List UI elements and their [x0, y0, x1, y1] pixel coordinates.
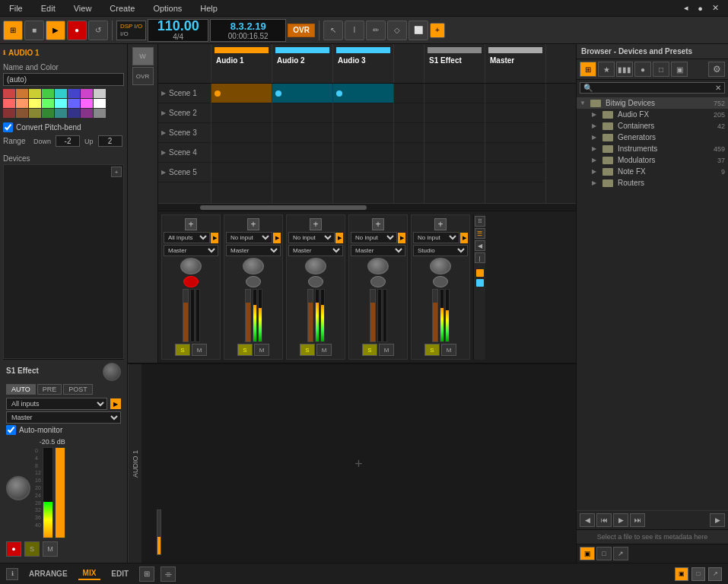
br-prev-btn[interactable]: ⏮: [596, 513, 612, 527]
ch3-output-select[interactable]: Master: [288, 245, 343, 256]
side-fx-btn[interactable]: ☰: [475, 228, 485, 239]
ch3-add-btn[interactable]: +: [310, 218, 322, 230]
clip-3-5[interactable]: [333, 163, 393, 182]
side-down-btn[interactable]: ◀: [475, 240, 485, 251]
range-down-value[interactable]: -2: [56, 135, 80, 147]
color-cell-1[interactable]: [16, 89, 28, 98]
color-cell-8[interactable]: [3, 99, 15, 108]
color-cell-11[interactable]: [42, 99, 54, 108]
ch2-add-btn[interactable]: +: [247, 218, 259, 230]
bottom-icon-1[interactable]: ⊞: [139, 567, 154, 582]
ch3-arrow[interactable]: ▶: [335, 233, 343, 243]
s1-input-select[interactable]: All inputs: [6, 398, 107, 410]
rec-btn[interactable]: ●: [6, 541, 21, 557]
convert-pitchbend-checkbox[interactable]: [3, 122, 13, 132]
bottom-sq-1[interactable]: ▣: [675, 567, 688, 581]
clip-1-5[interactable]: [211, 163, 272, 182]
color-cell-2[interactable]: [29, 89, 41, 98]
tree-item-7[interactable]: ▶Routers: [577, 177, 728, 189]
stop-button[interactable]: ■: [24, 21, 44, 40]
clip-e-1[interactable]: [394, 84, 424, 103]
brush-tool[interactable]: ✏: [366, 21, 386, 40]
pencil-tool[interactable]: I: [345, 21, 364, 40]
ch4-solo-btn[interactable]: S: [362, 344, 377, 356]
color-cell-3[interactable]: [42, 89, 54, 98]
br-back-btn[interactable]: ◀: [580, 513, 595, 527]
devices-add-btn[interactable]: +: [111, 167, 122, 177]
lower-add-icon[interactable]: +: [354, 455, 363, 471]
track3-name[interactable]: Audio 3: [335, 55, 392, 66]
automonitor-checkbox[interactable]: [6, 425, 16, 435]
clip-4-3[interactable]: [424, 123, 485, 143]
br-tab-btn[interactable]: ⊞: [580, 62, 596, 77]
clip-5-2[interactable]: [485, 103, 545, 123]
ch4-add-btn[interactable]: +: [372, 218, 384, 230]
br-folder-btn[interactable]: ▣: [580, 547, 595, 560]
ch4-fader[interactable]: [370, 289, 376, 342]
color-cell-15[interactable]: [94, 99, 106, 108]
ch1-fader[interactable]: [183, 289, 189, 342]
ovr-button[interactable]: OVR: [288, 24, 315, 37]
ch5-add-btn[interactable]: +: [434, 218, 447, 230]
scene-row-1[interactable]: ▶Scene 1: [158, 84, 211, 103]
window-close[interactable]: ✕: [709, 2, 722, 14]
ch2-solo-btn[interactable]: S: [237, 344, 253, 356]
clip-4-1[interactable]: [424, 84, 485, 103]
nav-ovr-btn[interactable]: OVR: [132, 67, 154, 85]
menu-view[interactable]: View: [71, 2, 95, 14]
add-tool[interactable]: +: [430, 23, 445, 38]
br-circle-btn[interactable]: ●: [634, 62, 651, 77]
ch1-add-btn[interactable]: +: [185, 218, 197, 230]
menu-help[interactable]: Help: [197, 2, 221, 14]
tree-item-5[interactable]: ▶Modulators37: [577, 154, 728, 166]
tree-item-0[interactable]: ▼Bitwig Devices752: [577, 97, 728, 109]
br-next-btn[interactable]: ⏭: [630, 513, 645, 527]
ch5-solo-btn[interactable]: S: [424, 344, 440, 356]
play-button[interactable]: ▶: [46, 21, 65, 40]
tab-arrange[interactable]: ARRANGE: [24, 568, 72, 579]
scene-row-5[interactable]: ▶Scene 5: [158, 163, 211, 182]
side-mute-btn[interactable]: |: [475, 252, 485, 263]
clip-5-4[interactable]: [485, 143, 545, 163]
ch2-input-select[interactable]: No input: [226, 232, 272, 243]
color-cell-20[interactable]: [55, 109, 67, 118]
s1-input-arrow[interactable]: ▶: [110, 398, 121, 409]
ch4-pan-knob[interactable]: [367, 258, 389, 275]
lower-mini-fader[interactable]: [157, 509, 161, 555]
clip-2-5[interactable]: [272, 163, 332, 182]
select-tool[interactable]: ↖: [323, 21, 343, 40]
bpm-display[interactable]: 110.00 4/4: [148, 19, 208, 42]
color-cell-19[interactable]: [42, 109, 54, 118]
range-up-value[interactable]: 2: [98, 135, 122, 147]
color-cell-6[interactable]: [81, 89, 93, 98]
tree-item-6[interactable]: ▶Note FX9: [577, 166, 728, 177]
tree-item-2[interactable]: ▶Containers42: [577, 120, 728, 132]
menu-edit[interactable]: Edit: [38, 2, 59, 14]
color-cell-21[interactable]: [68, 109, 80, 118]
app-icon-button[interactable]: ⊞: [3, 21, 23, 40]
color-cell-23[interactable]: [94, 109, 106, 118]
clip-4-2[interactable]: [424, 103, 485, 123]
br-file-btn[interactable]: □: [653, 62, 669, 77]
scene-row-4[interactable]: ▶Scene 4: [158, 143, 211, 163]
clip-e-2[interactable]: [394, 103, 424, 123]
name-auto-select[interactable]: (auto): [3, 73, 124, 86]
br-star-btn[interactable]: ★: [598, 62, 615, 77]
ch4-arrow[interactable]: ▶: [398, 233, 405, 243]
ch4-mute-btn[interactable]: M: [379, 344, 394, 356]
clip-2-4[interactable]: [272, 143, 332, 163]
solo-btn[interactable]: S: [24, 541, 40, 557]
ch1-output-select[interactable]: Master: [164, 245, 218, 256]
clip-1-4[interactable]: [211, 143, 272, 163]
color-cell-12[interactable]: [55, 99, 67, 108]
br-file2-btn[interactable]: □: [596, 547, 612, 560]
clip-1-3[interactable]: [211, 123, 272, 143]
color-cell-7[interactable]: [94, 89, 106, 98]
clip-2-3[interactable]: [272, 123, 332, 143]
bottom-sq-2[interactable]: □: [691, 567, 705, 581]
search-clear-btn[interactable]: ✕: [715, 84, 721, 92]
track2-name[interactable]: Audio 2: [274, 55, 331, 66]
color-cell-10[interactable]: [29, 99, 41, 108]
s1-tab-pre[interactable]: PRE: [37, 384, 62, 395]
ch5-arrow[interactable]: ▶: [460, 233, 468, 243]
